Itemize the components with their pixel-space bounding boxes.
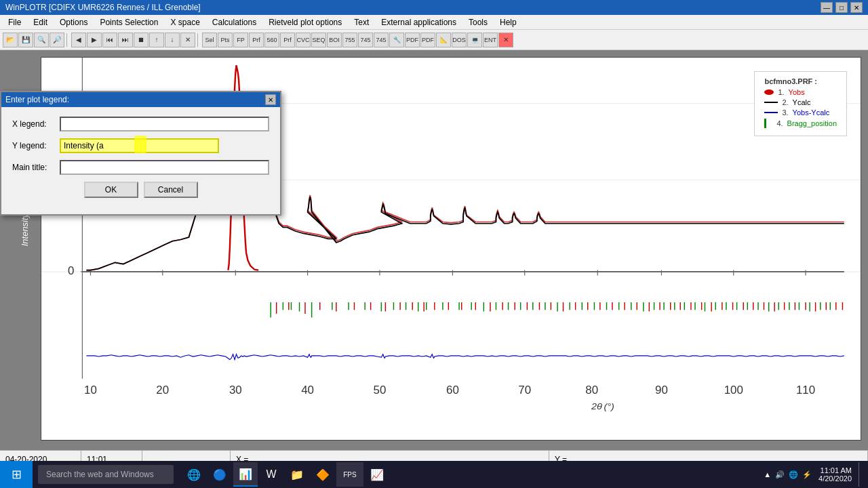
- toolbar-open[interactable]: 📂: [3, 33, 18, 47]
- svg-text:40: 40: [301, 384, 314, 396]
- svg-text:2θ: 2θ: [591, 401, 602, 411]
- y-legend-input[interactable]: [60, 138, 219, 153]
- window-title: WinPLOTR [CDIFX UMR6226 Rennes / ILL Gre…: [5, 3, 201, 12]
- toolbar-t15[interactable]: PDF: [420, 33, 435, 47]
- svg-text:80: 80: [585, 384, 598, 396]
- taskbar-date: 4/20/2020: [818, 474, 852, 483]
- toolbar-prev[interactable]: ◀: [71, 33, 86, 47]
- toolbar-t11[interactable]: 745: [358, 33, 373, 47]
- toolbar-t1[interactable]: Sel: [202, 33, 217, 47]
- menu-edit[interactable]: Edit: [28, 16, 53, 28]
- menu-bar: File Edit Options Points Selection X spa…: [0, 15, 868, 30]
- taskbar-datetime[interactable]: 11:01 AM 4/20/2020: [816, 466, 854, 483]
- toolbar-last[interactable]: ⏭: [118, 33, 133, 47]
- taskbar-app-excel[interactable]: 📊: [233, 462, 258, 487]
- y-legend-label: Y legend:: [12, 141, 60, 150]
- svg-text:10: 10: [84, 384, 97, 396]
- toolbar-t2[interactable]: Pts: [218, 33, 233, 47]
- start-button[interactable]: ⊞: [0, 461, 33, 488]
- svg-text:60: 60: [446, 384, 459, 396]
- menu-external[interactable]: External applications: [376, 16, 462, 28]
- cancel-button[interactable]: Cancel: [144, 182, 198, 198]
- main-title-input[interactable]: [60, 160, 269, 175]
- toolbar-next[interactable]: ▶: [87, 33, 102, 47]
- svg-text:110: 110: [796, 384, 815, 396]
- toolbar-t10[interactable]: 755: [342, 33, 357, 47]
- dialog-box: Enter plot legend: ✕ X legend: Y legend:: [0, 91, 281, 216]
- tray-icon-2: 🔊: [775, 470, 785, 479]
- taskbar-app-files[interactable]: 📁: [285, 462, 309, 487]
- toolbar-first[interactable]: ⏮: [102, 33, 117, 47]
- maximize-button[interactable]: □: [835, 2, 848, 13]
- menu-points-selection[interactable]: Points Selection: [94, 16, 163, 28]
- toolbar-stop[interactable]: ⏹: [134, 33, 149, 47]
- menu-tools[interactable]: Tools: [463, 16, 493, 28]
- taskbar-app-fps[interactable]: FPS: [336, 462, 363, 487]
- legend-number-2: 2.: [782, 98, 788, 106]
- toolbar-t4[interactable]: Prf: [249, 33, 264, 47]
- taskbar-app-chrome[interactable]: 🔵: [208, 462, 232, 487]
- toolbar-zoom-in[interactable]: 🔍: [34, 33, 49, 47]
- taskbar-app-chart[interactable]: 📈: [365, 462, 389, 487]
- taskbar-app-edge[interactable]: 🌐: [182, 462, 206, 487]
- toolbar-t14[interactable]: PDF: [405, 33, 420, 47]
- menu-text[interactable]: Text: [349, 16, 374, 28]
- toolbar-t13[interactable]: 🔧: [389, 33, 404, 47]
- toolbar-down[interactable]: ↓: [165, 33, 180, 47]
- show-desktop[interactable]: [859, 462, 863, 487]
- x-legend-input[interactable]: [60, 117, 269, 131]
- legend-item-bragg: 4. Bragg_position: [764, 119, 837, 128]
- toolbar-t9[interactable]: BOI: [327, 33, 342, 47]
- toolbar-t18[interactable]: 💻: [467, 33, 482, 47]
- main-title-label: Main title:: [12, 163, 60, 172]
- tray-icon-4: ⚡: [802, 470, 812, 479]
- taskbar-search[interactable]: [38, 465, 174, 484]
- dialog-close-button[interactable]: ✕: [265, 94, 276, 105]
- toolbar-up[interactable]: ↑: [149, 33, 164, 47]
- legend-item-residual: 3. Yobs-Ycalc: [764, 108, 837, 117]
- legend-number-1: 1.: [778, 88, 784, 96]
- toolbar-close[interactable]: ✕: [180, 33, 195, 47]
- svg-text:20: 20: [156, 384, 169, 396]
- toolbar-t3[interactable]: FP: [233, 33, 248, 47]
- minimize-button[interactable]: —: [821, 2, 833, 13]
- title-bar-buttons: — □ ✕: [821, 2, 863, 13]
- legend-label-bragg: Bragg_position: [787, 119, 837, 127]
- toolbar-t7[interactable]: CVC: [296, 33, 311, 47]
- toolbar-t19[interactable]: ENT: [483, 33, 498, 47]
- toolbar-save[interactable]: 💾: [18, 33, 33, 47]
- taskbar: ⊞ 🌐 🔵 📊 W 📁 🔶 FPS 📈 ▲ 🔊 🌐 ⚡ 11:01 AM 4/2…: [0, 461, 868, 488]
- legend-number-3: 3.: [782, 108, 788, 117]
- menu-x-space[interactable]: X space: [165, 16, 205, 28]
- toolbar-zoom-out[interactable]: 🔎: [50, 33, 64, 47]
- menu-help[interactable]: Help: [494, 16, 522, 28]
- x-legend-field: X legend:: [12, 117, 269, 131]
- main-content: Intensity (a 2000 1000 0: [0, 50, 868, 468]
- toolbar-sep2: [197, 33, 200, 47]
- y-legend-field: Y legend:: [12, 138, 269, 153]
- svg-text:100: 100: [724, 384, 743, 396]
- toolbar-t12[interactable]: 745: [374, 33, 389, 47]
- ok-button[interactable]: OK: [84, 182, 138, 198]
- toolbar-close2[interactable]: ✕: [498, 33, 513, 47]
- menu-calculations[interactable]: Calculations: [207, 16, 262, 28]
- dialog-title-bar: Enter plot legend: ✕: [1, 92, 280, 107]
- toolbar-sep1: [66, 33, 69, 47]
- taskbar-app-word[interactable]: W: [259, 462, 283, 487]
- toolbar-t17[interactable]: DOS: [452, 33, 467, 47]
- toolbar-t6[interactable]: Prf: [280, 33, 295, 47]
- taskbar-app-1[interactable]: 🔶: [311, 462, 335, 487]
- menu-file[interactable]: File: [3, 16, 26, 28]
- menu-options[interactable]: Options: [54, 16, 93, 28]
- toolbar-t16[interactable]: 📐: [436, 33, 451, 47]
- svg-text:90: 90: [655, 384, 668, 396]
- menu-rietveld[interactable]: Rietveld plot options: [263, 16, 347, 28]
- toolbar: 📂 💾 🔍 🔎 ◀ ▶ ⏮ ⏭ ⏹ ↑ ↓ ✕ Sel Pts FP Prf 5…: [0, 30, 868, 50]
- dialog-content: X legend: Y legend: Main title:: [1, 107, 280, 214]
- toolbar-t5[interactable]: 560: [264, 33, 279, 47]
- toolbar-t8[interactable]: SEQ: [311, 33, 326, 47]
- svg-text:0: 0: [68, 265, 74, 277]
- close-button[interactable]: ✕: [850, 2, 863, 13]
- legend-label-residual: Yobs-Ycalc: [793, 108, 830, 117]
- legend-item-ycalc: 2. Ycalc: [764, 98, 837, 106]
